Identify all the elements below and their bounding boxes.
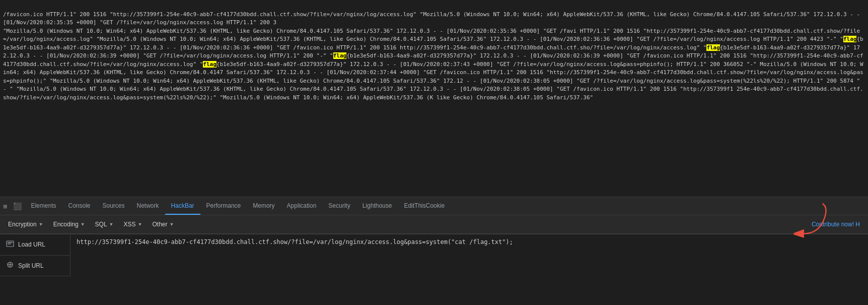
- sql-menu[interactable]: SQL ▼: [91, 219, 118, 230]
- url-buttons-panel: Load URL Split URL: [0, 234, 70, 276]
- tab-network[interactable]: Network: [131, 197, 165, 215]
- tab-lighthouse[interactable]: Lighthouse: [356, 197, 398, 215]
- hackbar-toolbar: Encryption ▼ Encoding ▼ SQL ▼ XSS ▼ Othe…: [0, 215, 868, 234]
- log-content: /favicon.ico HTTP/1.1" 200 1516 "http://…: [0, 0, 868, 197]
- svg-rect-1: [8, 242, 13, 243]
- split-url-button[interactable]: Split URL: [0, 256, 70, 277]
- encryption-menu[interactable]: Encryption ▼: [4, 219, 47, 230]
- tab-hackbar[interactable]: HackBar: [165, 197, 200, 215]
- svg-rect-2: [8, 243, 11, 245]
- tab-performance[interactable]: Performance: [200, 197, 247, 215]
- load-url-icon: [6, 240, 14, 250]
- tab-application[interactable]: Application: [281, 197, 323, 215]
- tab-elements[interactable]: Elements: [25, 197, 62, 215]
- xss-arrow-icon: ▼: [138, 222, 142, 227]
- tab-memory[interactable]: Memory: [247, 197, 280, 215]
- xss-menu[interactable]: XSS ▼: [120, 219, 147, 230]
- tab-console[interactable]: Console: [62, 197, 96, 215]
- encoding-arrow-icon: ▼: [81, 222, 85, 227]
- contribute-link[interactable]: Contribute now! H: [812, 221, 864, 228]
- encryption-arrow-icon: ▼: [39, 222, 43, 227]
- other-menu[interactable]: Other ▼: [148, 219, 178, 230]
- url-area: Load URL Split URL: [0, 234, 868, 276]
- devtools-menu-icon[interactable]: ≡: [0, 202, 10, 210]
- sql-arrow-icon: ▼: [109, 222, 114, 227]
- other-arrow-icon: ▼: [169, 222, 174, 227]
- split-url-icon: [6, 261, 14, 270]
- devtools-tab-bar: ≡ ⬛ Elements Console Sources Network Hac…: [0, 197, 868, 215]
- devtools-inspect-icon[interactable]: ⬛: [10, 202, 25, 210]
- tab-sources[interactable]: Sources: [97, 197, 131, 215]
- url-input-container: [70, 234, 868, 276]
- load-url-button[interactable]: Load URL: [0, 234, 70, 256]
- url-input[interactable]: [70, 234, 868, 276]
- tab-security[interactable]: Security: [322, 197, 356, 215]
- tab-editthiscookie[interactable]: EditThisCookie: [398, 197, 451, 215]
- encoding-menu[interactable]: Encoding ▼: [49, 219, 89, 230]
